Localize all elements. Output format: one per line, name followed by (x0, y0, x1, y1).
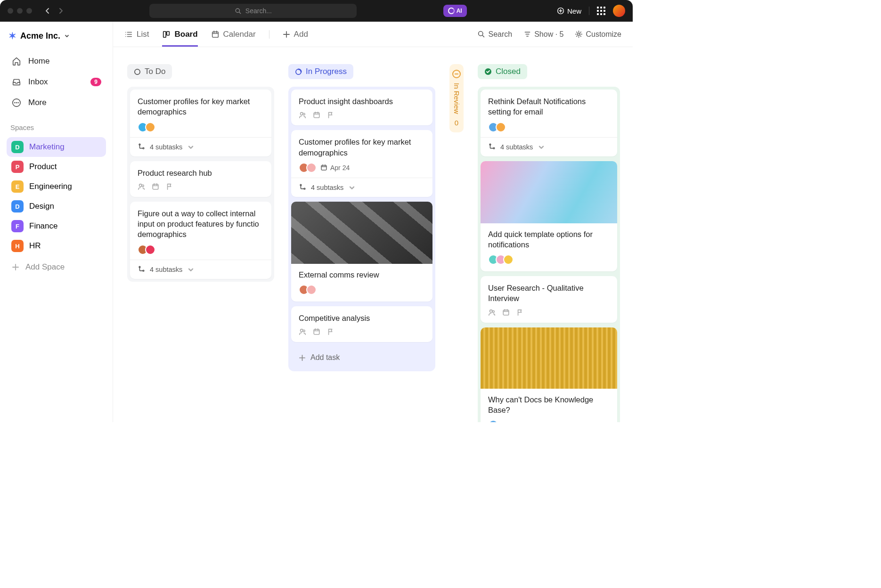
card-avatars[interactable] (488, 420, 496, 422)
board-search-button[interactable]: Search (477, 30, 512, 39)
global-search[interactable]: Search... (149, 4, 357, 18)
card-avatars[interactable] (138, 245, 153, 255)
card-subtasks[interactable]: 4 subtasks (291, 178, 432, 197)
nav-home-label: Home (28, 57, 49, 66)
card-subtasks[interactable]: 4 subtasks (130, 137, 271, 156)
card-title: Product insight dashboards (299, 96, 425, 106)
task-card[interactable]: External comms review (291, 202, 432, 302)
assignee-icon[interactable] (138, 183, 145, 190)
card-avatars[interactable] (488, 122, 503, 132)
svg-point-12 (139, 144, 140, 145)
task-card[interactable]: Customer profiles for key market demogra… (130, 90, 271, 156)
titlebar: Search... AI New (0, 0, 633, 22)
add-space-button[interactable]: Add Space (7, 258, 106, 277)
column-todo: To Do Customer profiles for key market d… (127, 64, 274, 422)
avatar[interactable] (145, 122, 155, 132)
flag-icon[interactable] (327, 111, 334, 119)
flag-icon[interactable] (516, 309, 524, 316)
column-closed: Closed Rethink Default Notifications set… (478, 64, 620, 422)
card-avatars[interactable] (488, 254, 511, 265)
column-inreview-collapsed[interactable]: In Review 0 (449, 64, 464, 132)
card-title: Rethink Default Notifications setting fo… (488, 96, 610, 117)
date-icon[interactable] (313, 111, 320, 119)
new-label: New (567, 7, 581, 15)
customize-button[interactable]: Customize (575, 30, 621, 39)
workspace-name: Acme Inc. (20, 31, 60, 41)
apps-button[interactable] (597, 7, 605, 15)
card-avatars[interactable] (299, 163, 314, 173)
card-subtasks[interactable]: 4 subtasks (130, 260, 271, 279)
assignee-icon[interactable] (299, 111, 306, 119)
circle-icon (134, 68, 141, 75)
column-header-closed[interactable]: Closed (478, 64, 527, 79)
space-item-marketing[interactable]: DMarketing (7, 137, 106, 157)
card-meta[interactable] (299, 111, 334, 119)
card-meta[interactable] (488, 309, 524, 316)
user-avatar[interactable] (613, 5, 625, 17)
window-controls[interactable] (8, 8, 32, 14)
ai-button[interactable]: AI (443, 5, 467, 17)
task-card[interactable]: Product insight dashboards (291, 90, 432, 125)
flag-icon[interactable] (327, 328, 334, 335)
avatar[interactable] (306, 163, 317, 173)
show-button[interactable]: Show · 5 (523, 30, 563, 39)
avatar[interactable] (496, 122, 506, 132)
avatar[interactable] (488, 420, 498, 422)
ai-label: AI (457, 8, 462, 14)
task-card[interactable]: Competitive analysis (291, 306, 432, 342)
card-date[interactable]: Apr 24 (320, 164, 350, 172)
task-card[interactable]: Product research hub (130, 161, 271, 197)
assignee-icon[interactable] (299, 328, 306, 335)
history-nav[interactable] (45, 8, 63, 14)
space-item-finance[interactable]: FFinance (7, 216, 106, 236)
plus-icon (283, 31, 290, 38)
date-icon[interactable] (152, 183, 159, 190)
add-task-button[interactable]: Add task (291, 347, 432, 368)
tab-calendar[interactable]: Calendar (211, 22, 256, 47)
task-card[interactable]: User Research - Qualitative Interview (481, 276, 617, 323)
task-card[interactable]: Figure out a way to collect internal inp… (130, 202, 271, 279)
card-avatars[interactable] (299, 285, 314, 295)
new-button[interactable]: New (557, 7, 581, 15)
svg-point-17 (139, 266, 140, 268)
task-card[interactable]: Why can't Docs be Knowledge Base? (481, 327, 617, 422)
nav-inbox[interactable]: Inbox 9 (7, 73, 106, 91)
space-item-design[interactable]: DDesign (7, 196, 106, 216)
tab-add-view[interactable]: Add (283, 22, 308, 47)
tab-board[interactable]: Board (162, 22, 197, 47)
space-item-hr[interactable]: HHR (7, 236, 106, 256)
date-icon[interactable] (313, 328, 320, 335)
workspace-switcher[interactable]: ✶ Acme Inc. (7, 30, 106, 41)
task-card[interactable]: Rethink Default Notifications setting fo… (481, 90, 617, 156)
space-item-product[interactable]: PProduct (7, 157, 106, 177)
sliders-icon (523, 30, 531, 38)
flag-icon[interactable] (166, 183, 173, 190)
column-header-todo[interactable]: To Do (127, 64, 172, 79)
forward-icon[interactable] (58, 8, 63, 14)
column-header-inprogress[interactable]: In Progress (288, 64, 353, 79)
avatar[interactable] (145, 245, 155, 255)
svg-rect-7 (167, 31, 169, 35)
assignee-icon[interactable] (488, 309, 496, 316)
svg-point-32 (490, 310, 492, 312)
card-meta[interactable] (138, 183, 173, 190)
avatar[interactable] (306, 285, 317, 295)
card-subtasks[interactable]: 4 subtasks (481, 137, 617, 156)
ai-icon (448, 8, 455, 14)
nav-home[interactable]: Home (7, 52, 106, 71)
task-card[interactable]: Customer profiles for key market demogra… (291, 130, 432, 197)
task-card[interactable]: Add quick template options for notificat… (481, 161, 617, 272)
add-space-label: Add Space (25, 262, 65, 272)
nav-more[interactable]: More (7, 93, 106, 112)
avatar[interactable] (503, 254, 514, 265)
date-icon[interactable] (502, 309, 510, 316)
tab-list[interactable]: List (124, 22, 149, 47)
card-avatars[interactable] (138, 122, 153, 132)
space-label: HR (29, 241, 41, 251)
card-title: Competitive analysis (299, 313, 425, 323)
plus-icon (11, 263, 20, 271)
space-item-engineering[interactable]: EEngineering (7, 177, 106, 196)
card-meta[interactable] (299, 328, 334, 335)
svg-point-27 (303, 330, 305, 332)
back-icon[interactable] (45, 8, 50, 14)
